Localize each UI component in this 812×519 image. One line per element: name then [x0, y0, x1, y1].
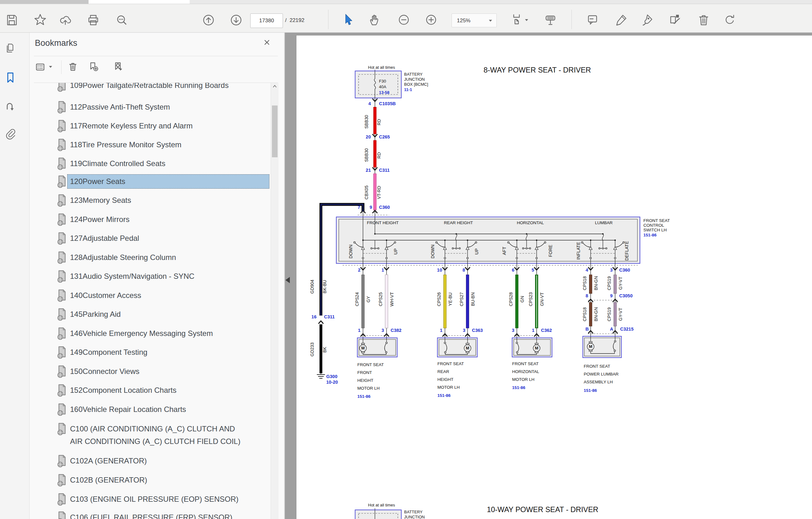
bookmark-item[interactable]: 118Tire Pressure Monitor System — [30, 137, 270, 152]
pin-6: 6 — [512, 267, 514, 272]
pin-m2-3: 3 — [463, 328, 465, 333]
signature-flow-button[interactable] — [4, 102, 17, 114]
signature-pen-button[interactable] — [640, 13, 654, 27]
bookmarks-scrollbar[interactable] — [271, 83, 279, 519]
wire3-color: VT-RD — [376, 186, 381, 199]
bookmark-page-icon — [56, 473, 67, 487]
motor4-line2: POWER LUMBAR — [584, 372, 618, 376]
switch-name-3: SWITCH LH — [643, 228, 667, 232]
close-panel-button[interactable] — [262, 38, 271, 47]
panel-collapse-handle[interactable] — [285, 277, 290, 283]
bookmark-item[interactable]: 131Audio System/Navigation - SYNC — [30, 269, 270, 284]
switch-label-up-1: UP — [393, 248, 398, 254]
bookmark-item[interactable]: 119Climate Controlled Seats — [30, 156, 270, 171]
conn-c311-ground: C311 — [324, 314, 335, 319]
find-current-bookmark-icon — [113, 61, 124, 72]
next-page-button[interactable] — [229, 13, 243, 27]
bookmark-item[interactable]: C102B (GENERATOR) — [30, 472, 270, 488]
page-total: / 22192 — [285, 13, 304, 27]
pin-20: 20 — [366, 134, 371, 139]
bookmark-label: 119Climate Controlled Seats — [70, 157, 269, 170]
attachments-button[interactable] — [4, 128, 17, 141]
delete-button[interactable] — [697, 13, 710, 27]
bookmark-item[interactable]: 160Vehicle Repair Location Charts — [30, 402, 270, 417]
print-button[interactable] — [86, 13, 100, 27]
navigation-rail — [0, 33, 30, 519]
bookmark-item[interactable]: 150Connector Views — [30, 364, 270, 379]
bookmark-item[interactable]: 123Memory Seats — [30, 193, 270, 208]
bookmarks-panel-button[interactable] — [4, 71, 17, 84]
pin-m1-1: 1 — [358, 328, 360, 333]
page-fit-button[interactable] — [510, 13, 523, 27]
bookmark-item[interactable]: 140Customer Access — [30, 288, 270, 303]
save-button[interactable] — [5, 13, 19, 27]
zoom-out-button[interactable] — [397, 13, 411, 27]
scroll-up-icon[interactable] — [272, 84, 277, 89]
bookmark-item[interactable]: 146Vehicle Emergency Messaging System — [30, 326, 270, 341]
zoom-level-dropdown[interactable]: 125% — [452, 13, 497, 27]
refresh-icon — [723, 13, 737, 27]
select-tool-button[interactable] — [341, 13, 355, 27]
bookmark-item[interactable]: 127Adjustable Pedal — [30, 231, 270, 246]
hand-tool-button[interactable] — [368, 13, 382, 27]
active-document-tab[interactable] — [89, 0, 190, 4]
fill-sign-button[interactable] — [668, 13, 682, 27]
bookmark-item[interactable]: C102A (GENERATOR) — [30, 453, 270, 468]
bookmark-label: 160Vehicle Repair Location Charts — [70, 403, 269, 416]
previous-page-button[interactable] — [202, 13, 215, 27]
zoom-in-button[interactable] — [424, 13, 438, 27]
motor1-line2: FRONT — [357, 370, 372, 375]
bookmark-item[interactable]: 112Passive Anti-Theft System — [30, 99, 270, 115]
motor-m-1: M — [361, 346, 365, 350]
bookmark-item[interactable]: 117Remote Keyless Entry and Alarm — [30, 118, 270, 134]
motor2-line2: REAR — [437, 369, 450, 374]
wire1-color: RD — [376, 119, 381, 125]
star-button[interactable] — [33, 13, 47, 27]
page-current: 17380 — [259, 18, 274, 24]
add-bookmark-button[interactable] — [89, 61, 99, 72]
highlight-button[interactable] — [614, 13, 628, 27]
bookmark-item[interactable]: C103 (ENGINE OIL PRESSURE (EOP) SENSOR) — [30, 492, 270, 507]
refresh-button[interactable] — [723, 13, 737, 27]
rear-height-motor — [437, 338, 477, 357]
cloud-upload-button[interactable] — [58, 13, 72, 27]
switch-label-deflate: DEFLATE — [624, 241, 629, 261]
bookmark-label: C106 (FUEL RAIL PRESSURE (FRP) SENSOR) — [70, 511, 269, 519]
bookmark-label: C103 (ENGINE OIL PRESSURE (EOP) SENSOR) — [70, 493, 269, 506]
wire-cps19-b-color: GY-VT — [618, 308, 623, 321]
delete-bookmark-button[interactable] — [67, 61, 78, 72]
bookmark-page-icon — [56, 422, 67, 435]
bookmark-item[interactable]: 128Adjustable Steering Column — [30, 250, 270, 265]
wire-cps23: CPS23 — [528, 292, 533, 307]
bookmark-item[interactable]: C100 (AIR CONDITIONING (A_C) CLUTCH ANDA… — [30, 421, 270, 450]
bjb2-line2: JUNCTION — [404, 515, 425, 519]
bookmark-label: 124Power Mirrors — [70, 213, 269, 226]
bookmark-item[interactable]: 145Parking Aid — [30, 307, 270, 322]
fit-width-button[interactable] — [544, 13, 557, 27]
find-button[interactable] — [115, 13, 129, 27]
bookmark-item[interactable]: 109Power Tailgate/Retractable Running Bo… — [30, 83, 270, 93]
pin-21: 21 — [366, 168, 371, 173]
scrollbar-thumb[interactable] — [272, 106, 278, 157]
pin-10: 10 — [437, 267, 442, 272]
bookmark-item[interactable]: 120Power Seats — [30, 174, 270, 189]
diagram-title-10way: 10-WAY POWER SEAT - DRIVER — [487, 506, 598, 514]
bookmark-item[interactable]: 152Component Location Charts — [30, 383, 270, 398]
wire-cps24: CPS24 — [354, 292, 359, 307]
zoom-out-icon — [397, 13, 411, 27]
page-number-input[interactable]: 17380 — [250, 13, 283, 28]
page-thumbnails-button[interactable] — [4, 42, 17, 55]
bookmark-options-button[interactable] — [35, 61, 46, 72]
bookmark-label: C100 (AIR CONDITIONING (A_C) CLUTCH ANDA… — [70, 423, 269, 448]
bookmark-label: 118Tire Pressure Monitor System — [70, 139, 269, 151]
bookmark-item[interactable]: 149Component Testing — [30, 345, 270, 360]
bookmark-item[interactable]: 124Power Mirrors — [30, 212, 270, 227]
bookmark-item[interactable]: C106 (FUEL RAIL PRESSURE (FRP) SENSOR) — [30, 510, 270, 519]
wire2-circuit: SBB30 — [364, 148, 369, 162]
gnd-wire2-color: BK — [322, 347, 327, 353]
comment-button[interactable] — [586, 13, 600, 27]
switch-name-2: CONTROL — [643, 223, 664, 228]
bookmark-page-icon — [56, 384, 67, 397]
find-current-bookmark-button[interactable] — [113, 61, 124, 72]
fountain-pen-icon — [640, 13, 654, 27]
